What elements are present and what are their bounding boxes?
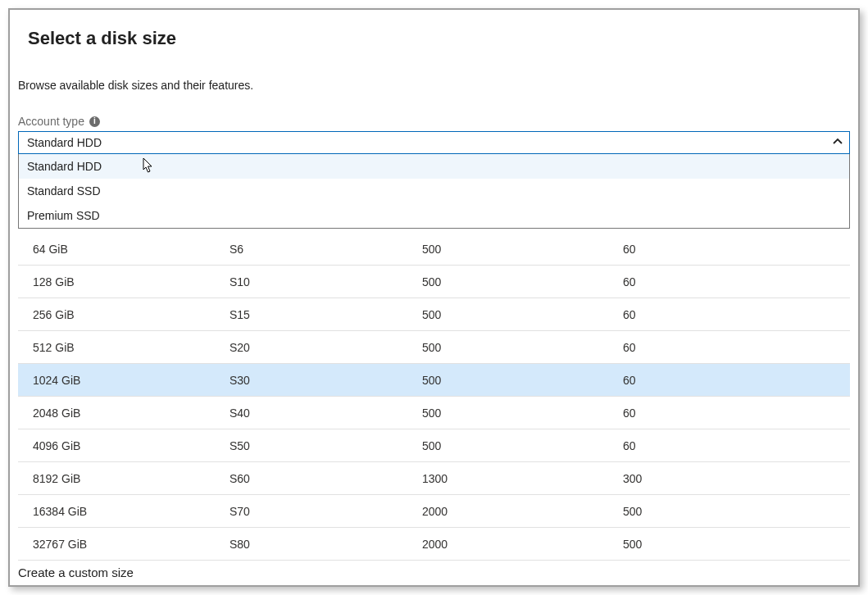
- table-row[interactable]: 2048 GiBS4050060: [18, 397, 850, 429]
- table-row[interactable]: 32767 GiBS802000500: [18, 528, 850, 561]
- disk-tier-cell: S40: [229, 407, 422, 420]
- disk-size-cell: 2048 GiB: [33, 407, 229, 420]
- account-type-label-row: Account type i: [18, 115, 850, 128]
- account-type-option[interactable]: Standard HDD: [19, 154, 849, 179]
- account-type-dropdown-wrap: Standard HDD Standard HDDStandard SSDPre…: [18, 131, 850, 154]
- disk-throughput-cell: 300: [623, 472, 850, 485]
- table-row[interactable]: 16384 GiBS702000500: [18, 495, 850, 528]
- disk-iops-cell: 2000: [422, 505, 623, 518]
- table-row[interactable]: 1024 GiBS3050060: [18, 364, 850, 397]
- disk-size-cell: 4096 GiB: [33, 439, 229, 452]
- disk-size-table: 64 GiBS650060128 GiBS1050060256 GiBS1550…: [18, 233, 850, 561]
- disk-tier-cell: S20: [229, 341, 422, 354]
- disk-size-cell: 512 GiB: [33, 341, 229, 354]
- disk-throughput-cell: 60: [623, 243, 850, 256]
- disk-iops-cell: 2000: [422, 538, 623, 551]
- table-row[interactable]: 4096 GiBS5050060: [18, 429, 850, 462]
- disk-size-panel: Select a disk size Browse available disk…: [8, 8, 860, 587]
- chevron-up-icon: [833, 136, 843, 149]
- cursor-icon: [140, 157, 155, 178]
- disk-size-cell: 64 GiB: [33, 243, 229, 256]
- disk-size-cell: 8192 GiB: [33, 472, 229, 485]
- disk-tier-cell: S6: [229, 243, 422, 256]
- disk-tier-cell: S15: [229, 308, 422, 321]
- disk-throughput-cell: 60: [623, 308, 850, 321]
- table-row[interactable]: 128 GiBS1050060: [18, 266, 850, 298]
- disk-throughput-cell: 500: [623, 505, 850, 518]
- page-title: Select a disk size: [28, 28, 850, 49]
- disk-size-cell: 32767 GiB: [33, 538, 229, 551]
- disk-tier-cell: S60: [229, 472, 422, 485]
- disk-iops-cell: 500: [422, 407, 623, 420]
- table-row[interactable]: 256 GiBS1550060: [18, 298, 850, 331]
- disk-iops-cell: 1300: [422, 472, 623, 485]
- disk-throughput-cell: 60: [623, 439, 850, 452]
- disk-tier-cell: S80: [229, 538, 422, 551]
- page-description: Browse available disk sizes and their fe…: [18, 79, 850, 92]
- disk-size-cell: 256 GiB: [33, 308, 229, 321]
- disk-tier-cell: S50: [229, 439, 422, 452]
- disk-tier-cell: S10: [229, 275, 422, 288]
- disk-size-cell: 1024 GiB: [33, 374, 229, 387]
- disk-iops-cell: 500: [422, 243, 623, 256]
- disk-size-cell: 16384 GiB: [33, 505, 229, 518]
- disk-iops-cell: 500: [422, 275, 623, 288]
- disk-throughput-cell: 60: [623, 341, 850, 354]
- account-type-selected-value: Standard HDD: [27, 136, 102, 149]
- disk-tier-cell: S70: [229, 505, 422, 518]
- disk-iops-cell: 500: [422, 341, 623, 354]
- table-row[interactable]: 64 GiBS650060: [18, 233, 850, 266]
- disk-throughput-cell: 60: [623, 275, 850, 288]
- create-custom-size-link[interactable]: Create a custom size: [18, 565, 850, 579]
- table-row[interactable]: 8192 GiBS601300300: [18, 462, 850, 495]
- disk-iops-cell: 500: [422, 308, 623, 321]
- disk-iops-cell: 500: [422, 374, 623, 387]
- table-row[interactable]: 512 GiBS2050060: [18, 331, 850, 364]
- account-type-option[interactable]: Standard SSD: [19, 179, 849, 203]
- disk-tier-cell: S30: [229, 374, 422, 387]
- account-type-dropdown-list: Standard HDDStandard SSDPremium SSD: [18, 154, 850, 229]
- account-type-label: Account type: [18, 115, 84, 128]
- disk-size-cell: 128 GiB: [33, 275, 229, 288]
- info-icon[interactable]: i: [89, 116, 100, 127]
- disk-throughput-cell: 500: [623, 538, 850, 551]
- disk-throughput-cell: 60: [623, 374, 850, 387]
- account-type-dropdown[interactable]: Standard HDD: [18, 131, 850, 154]
- disk-throughput-cell: 60: [623, 407, 850, 420]
- disk-iops-cell: 500: [422, 439, 623, 452]
- account-type-option[interactable]: Premium SSD: [19, 203, 849, 228]
